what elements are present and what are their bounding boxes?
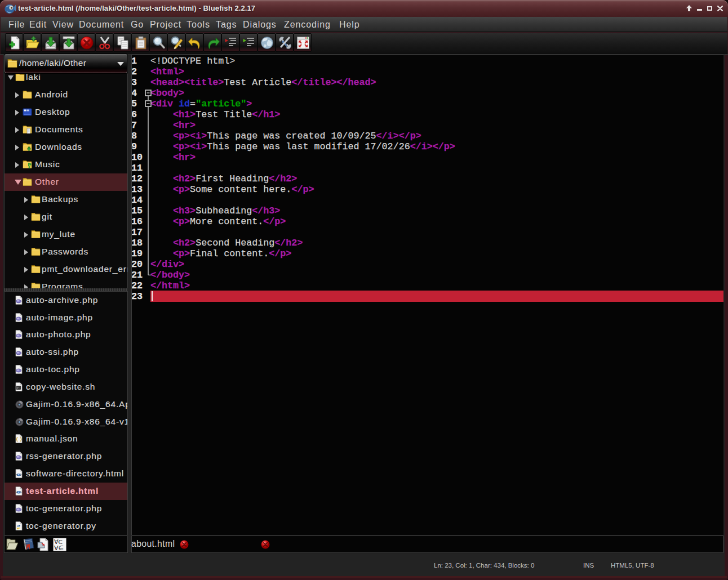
svg-text:∀∈: ∀∈ xyxy=(54,545,64,551)
